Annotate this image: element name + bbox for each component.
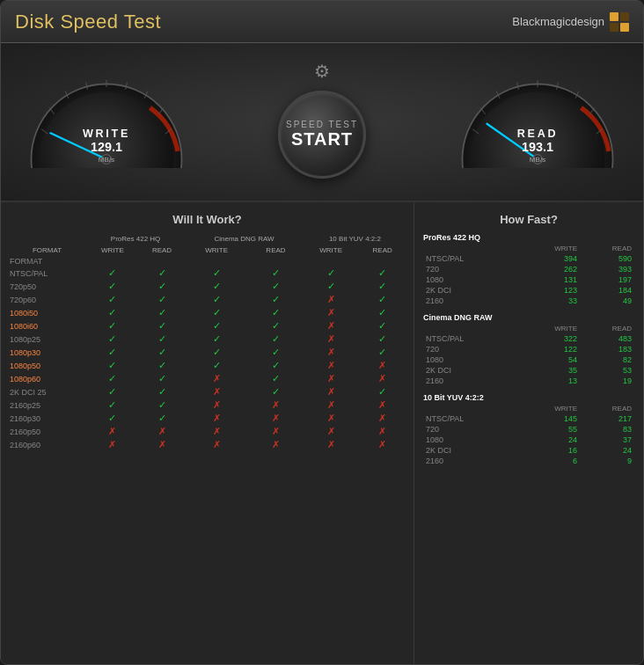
check-icon: ✓ xyxy=(108,320,116,331)
hf-write-cell: 322 xyxy=(518,333,580,344)
check-cell: ✓ xyxy=(139,359,185,372)
check-cell: ✓ xyxy=(358,319,406,332)
cross-icon: ✗ xyxy=(327,360,335,370)
check-cell: ✓ xyxy=(86,280,139,293)
check-icon: ✓ xyxy=(378,320,386,331)
check-cell: ✓ xyxy=(248,293,304,306)
cross-icon: ✗ xyxy=(327,333,335,344)
hf-read-cell: 24 xyxy=(580,445,634,456)
check-cell: ✗ xyxy=(139,438,185,451)
check-cell: ✗ xyxy=(185,372,248,385)
check-cell: ✗ xyxy=(304,372,359,385)
hf-write-cell: 55 xyxy=(518,424,580,435)
check-cell: ✗ xyxy=(248,425,304,438)
hf-group: 10 Bit YUV 4:2:2WRITEREADNTSC/PAL1452177… xyxy=(423,393,634,466)
cross-icon: ✗ xyxy=(158,426,166,436)
cdng-write-sub: WRITE xyxy=(185,245,248,256)
hf-table: WRITEREADNTSC/PAL32248372012218310805482… xyxy=(423,324,634,386)
check-icon: ✓ xyxy=(158,399,166,410)
check-cell: ✓ xyxy=(248,359,304,372)
brand-name: Blackmagicdesign xyxy=(512,15,604,28)
hf-write-cell: 262 xyxy=(518,264,580,274)
check-cell: ✓ xyxy=(358,293,406,306)
check-icon: ✓ xyxy=(272,347,280,357)
hf-col-header: READ xyxy=(580,244,634,253)
hf-write-cell: 122 xyxy=(518,344,580,354)
hf-read-cell: 590 xyxy=(580,253,634,264)
check-cell: ✗ xyxy=(304,425,359,438)
cross-icon: ✗ xyxy=(327,399,335,410)
hf-row: 7205583 xyxy=(423,424,634,435)
check-cell: ✗ xyxy=(304,319,359,332)
brand-sq-4 xyxy=(620,23,629,32)
cross-icon: ✗ xyxy=(272,413,280,423)
check-cell: ✗ xyxy=(358,359,406,372)
check-icon: ✓ xyxy=(158,360,166,370)
cross-icon: ✗ xyxy=(108,439,116,449)
check-cell: ✗ xyxy=(185,438,248,451)
cross-icon: ✗ xyxy=(378,373,386,384)
check-cell: ✓ xyxy=(248,346,304,359)
check-cell: ✓ xyxy=(139,267,185,280)
check-cell: ✓ xyxy=(185,267,248,280)
hf-write-cell: 123 xyxy=(518,285,580,296)
check-cell: ✓ xyxy=(248,267,304,280)
check-cell: ✓ xyxy=(185,346,248,359)
check-cell: ✗ xyxy=(358,412,406,425)
cross-icon: ✗ xyxy=(327,373,335,384)
gear-icon[interactable]: ⚙ xyxy=(314,61,330,82)
hf-col-header xyxy=(423,244,518,253)
check-cell: ✓ xyxy=(185,332,248,346)
check-icon: ✓ xyxy=(378,294,386,304)
cdng-read-sub: READ xyxy=(248,245,304,256)
cross-icon: ✗ xyxy=(327,426,335,436)
hf-row: NTSC/PAL394590 xyxy=(423,253,634,264)
check-icon: ✓ xyxy=(213,320,221,331)
check-icon: ✓ xyxy=(158,386,166,397)
hf-read-cell: 184 xyxy=(580,285,634,296)
hf-col-header: WRITE xyxy=(518,404,580,413)
cross-icon: ✗ xyxy=(213,386,221,397)
check-icon: ✓ xyxy=(108,360,116,370)
check-icon: ✓ xyxy=(213,307,221,318)
format-cell: 2160p60 xyxy=(8,438,86,451)
hf-group: Cinema DNG RAWWRITEREADNTSC/PAL322483720… xyxy=(423,313,634,386)
check-icon: ✓ xyxy=(272,267,280,278)
check-cell: ✓ xyxy=(139,280,185,293)
hf-read-cell: 183 xyxy=(580,344,634,354)
check-cell: ✓ xyxy=(248,319,304,332)
check-cell: ✓ xyxy=(358,332,406,346)
start-button[interactable]: SPEED TEST START xyxy=(278,91,366,179)
svg-text:193.1: 193.1 xyxy=(522,140,553,154)
check-icon: ✓ xyxy=(272,281,280,291)
cross-icon: ✗ xyxy=(327,386,335,397)
cross-icon: ✗ xyxy=(108,426,116,436)
write-gauge-svg: WRITE 129.1 MB/s xyxy=(27,71,186,168)
hf-col-header: WRITE xyxy=(518,244,580,253)
check-cell: ✓ xyxy=(86,346,139,359)
hf-row: 21601319 xyxy=(423,376,634,386)
format-cell: FORMAT xyxy=(8,256,86,267)
check-cell: ✓ xyxy=(248,332,304,346)
format-cell: 1080p60 xyxy=(8,372,86,385)
hf-write-cell: 35 xyxy=(518,365,580,376)
check-icon: ✓ xyxy=(378,333,386,344)
hf-read-cell: 83 xyxy=(580,424,634,435)
hf-read-cell: 53 xyxy=(580,365,634,376)
check-icon: ✓ xyxy=(378,386,386,397)
check-cell: ✓ xyxy=(304,267,359,280)
hf-row: 10805482 xyxy=(423,354,634,365)
cross-icon: ✗ xyxy=(272,399,280,410)
hf-read-cell: 49 xyxy=(580,296,634,306)
title-bar: Disk Speed Test Blackmagicdesign xyxy=(1,1,643,43)
hf-row: 720262393 xyxy=(423,264,634,274)
check-icon: ✓ xyxy=(158,347,166,357)
hf-read-cell: 19 xyxy=(580,376,634,386)
write-gauge-container: WRITE 129.1 MB/s xyxy=(27,71,186,168)
cross-icon: ✗ xyxy=(327,347,335,357)
format-sub: FORMAT xyxy=(8,245,86,256)
hf-row: 2K DCI1624 xyxy=(423,445,634,456)
hf-row: 720122183 xyxy=(423,344,634,354)
check-cell: ✗ xyxy=(304,332,359,346)
check-icon: ✓ xyxy=(213,294,221,304)
